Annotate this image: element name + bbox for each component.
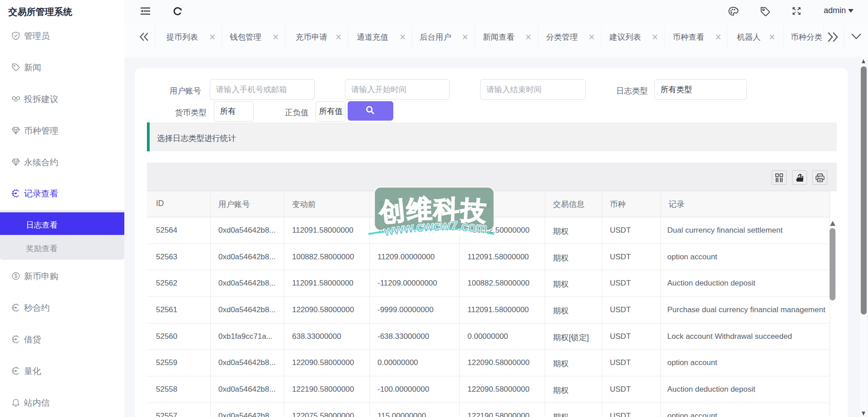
svg-text:$: $ [14, 273, 18, 279]
